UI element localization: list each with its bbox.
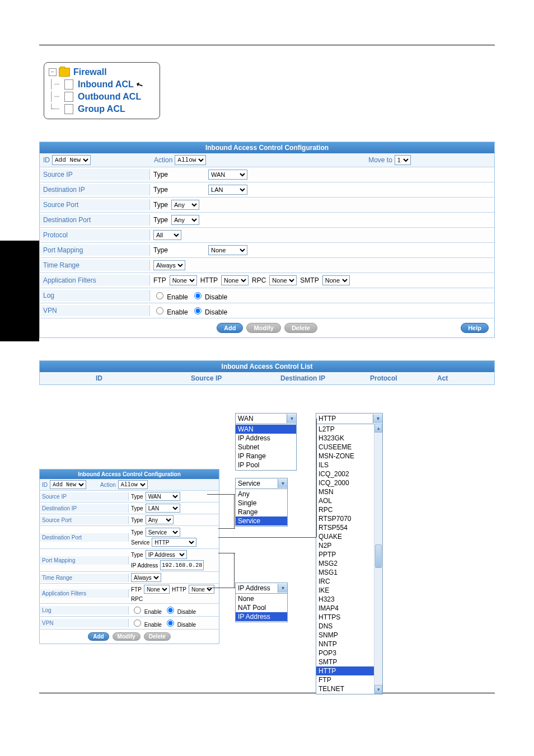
appfilter-smtp[interactable]: None <box>322 275 350 285</box>
source-port-type[interactable]: Any <box>171 200 199 210</box>
list-item[interactable]: ICQ_2002 <box>316 469 374 478</box>
moveto-select[interactable]: 1 <box>395 155 411 165</box>
source-ip-type[interactable]: WAN <box>208 170 247 180</box>
action-select-small[interactable]: Allow <box>118 480 148 489</box>
list-item[interactable]: HTTP <box>316 666 374 675</box>
list-item[interactable]: PPTP <box>316 550 374 559</box>
portmap-ip-small[interactable] <box>160 560 204 570</box>
chevron-down-icon[interactable]: ▾ <box>278 479 287 488</box>
list-item[interactable]: IP Address <box>236 434 296 443</box>
tree-inbound-acl[interactable]: Inbound ACL <box>78 78 134 91</box>
list-item[interactable]: IMAP4 <box>316 604 374 613</box>
list-item[interactable]: DNS <box>316 622 374 631</box>
list-item[interactable]: AOL <box>316 496 374 505</box>
list-item[interactable]: WAN <box>236 425 296 434</box>
appfilter-ftp-small[interactable]: None <box>144 585 170 594</box>
id-select[interactable]: Add New <box>52 155 91 165</box>
appfilter-ftp[interactable]: None <box>170 275 197 285</box>
appfilter-http-small[interactable]: None <box>189 585 214 594</box>
list-item[interactable]: RTSP7070 <box>316 514 374 523</box>
list-item[interactable]: H323GK <box>316 434 374 443</box>
id-label: ID <box>43 156 50 164</box>
chevron-down-icon[interactable]: ▾ <box>278 584 287 593</box>
scrollbar[interactable]: ▴ ▾ <box>374 424 382 694</box>
modify-button-small[interactable]: Modify <box>113 632 140 641</box>
list-item[interactable]: Range <box>236 508 287 516</box>
list-item[interactable]: Single <box>236 499 287 508</box>
action-select[interactable]: Allow <box>175 155 206 165</box>
protocol-select[interactable]: All <box>153 230 181 240</box>
vpn-enable[interactable]: Enable <box>153 306 188 316</box>
row-time-range: Time Range <box>40 260 150 271</box>
list-item[interactable]: Subnet <box>236 443 296 452</box>
list-item[interactable]: IP Pool <box>236 461 296 469</box>
add-button-small[interactable]: Add <box>88 632 109 641</box>
list-item[interactable]: SMTP <box>316 658 374 666</box>
destination-ip-type[interactable]: LAN <box>208 185 247 195</box>
source-ip-type-small[interactable]: WAN <box>146 492 180 501</box>
list-item[interactable]: Service <box>236 516 287 525</box>
portmap-type-small[interactable]: IP Address <box>146 550 187 559</box>
scroll-down-icon[interactable]: ▾ <box>374 685 382 694</box>
list-item[interactable]: TELNET <box>316 684 374 693</box>
list-item[interactable]: FTP <box>316 675 374 684</box>
tree-group-acl[interactable]: Group ACL <box>78 103 125 115</box>
list-item[interactable]: CUSEEME <box>316 443 374 452</box>
destport-service-small[interactable]: HTTP <box>152 538 196 547</box>
tree-expander[interactable]: − <box>49 68 57 76</box>
list-item[interactable]: H323 <box>316 595 374 604</box>
popup-destport-type[interactable]: Service ▾ Any Single Range Service <box>235 478 288 527</box>
list-item[interactable]: HTTPS <box>316 613 374 622</box>
list-item[interactable]: MSG2 <box>316 559 374 568</box>
list-item[interactable]: Any <box>236 490 287 499</box>
list-item[interactable]: NNTP <box>316 640 374 649</box>
destination-ip-type-small[interactable]: LAN <box>146 504 180 513</box>
list-item[interactable]: MSG1 <box>316 568 374 577</box>
id-select-small[interactable]: Add New <box>50 480 86 489</box>
chevron-down-icon[interactable]: ▾ <box>287 414 296 423</box>
list-item[interactable]: IP Address <box>236 612 287 621</box>
appfilter-rpc[interactable]: None <box>269 275 297 285</box>
tree-outbound-acl[interactable]: Outbound ACL <box>78 91 141 103</box>
list-item[interactable]: ILS <box>316 461 374 469</box>
list-item[interactable]: RPC <box>316 505 374 514</box>
inbound-acl-list: Inbound Access Control List ID Source IP… <box>39 360 495 385</box>
list-item[interactable]: POP3 <box>316 649 374 658</box>
modify-button[interactable]: Modify <box>246 323 280 333</box>
list-item[interactable]: L2TP <box>316 425 374 434</box>
list-item[interactable]: QUAKE <box>316 532 374 541</box>
chevron-down-icon[interactable]: ▾ <box>373 414 382 423</box>
vpn-disable[interactable]: Disable <box>191 306 227 316</box>
delete-button[interactable]: Delete <box>284 323 317 333</box>
help-button[interactable]: Help <box>461 323 489 333</box>
destport-type-small[interactable]: Service <box>146 528 180 537</box>
popup-portmap-type[interactable]: IP Address ▾ None NAT Pool IP Address <box>235 583 288 622</box>
list-item[interactable]: IRC <box>316 577 374 586</box>
tree-root-label[interactable]: Firewall <box>73 66 107 78</box>
list-item[interactable]: IKE <box>316 586 374 595</box>
add-button[interactable]: Add <box>217 323 243 333</box>
popup-source-ip-type[interactable]: WAN ▾ WAN IP Address Subnet IP Range IP … <box>235 413 297 471</box>
destination-port-type[interactable]: Any <box>171 215 199 225</box>
delete-button-small[interactable]: Delete <box>144 632 171 641</box>
list-item[interactable]: RTSP554 <box>316 523 374 532</box>
list-item[interactable]: ICQ_2000 <box>316 478 374 487</box>
list-item[interactable]: MSN <box>316 487 374 496</box>
popup-service-list[interactable]: HTTP ▾ L2TPH323GKCUSEEMEMSN-ZONEILSICQ_2… <box>316 413 383 694</box>
log-enable[interactable]: Enable <box>153 290 188 301</box>
list-item[interactable]: NAT Pool <box>236 603 287 612</box>
list-item[interactable]: N2P <box>316 541 374 550</box>
list-item[interactable]: IP Range <box>236 452 296 461</box>
source-port-type-small[interactable]: Any <box>146 515 174 524</box>
scroll-up-icon[interactable]: ▴ <box>374 424 382 433</box>
list-item[interactable]: MSN-ZONE <box>316 452 374 461</box>
appfilter-http[interactable]: None <box>221 275 249 285</box>
time-range-select[interactable]: Always <box>153 260 185 270</box>
time-range-small[interactable]: Always <box>131 573 161 582</box>
list-item[interactable]: None <box>236 594 287 603</box>
port-mapping-type[interactable]: None <box>208 245 247 255</box>
scroll-thumb[interactable] <box>375 544 382 568</box>
doc-icon <box>64 92 73 102</box>
list-item[interactable]: SNMP <box>316 631 374 640</box>
log-disable[interactable]: Disable <box>191 290 227 301</box>
